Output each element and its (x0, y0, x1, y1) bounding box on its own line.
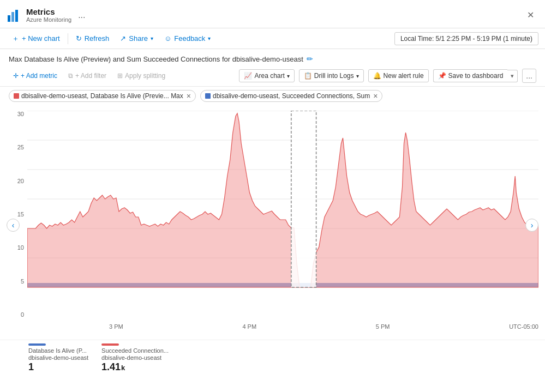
svg-rect-13 (291, 111, 316, 287)
share-chevron-icon: ▾ (151, 35, 153, 41)
toolbar-right: Local Time: 5/1 2:25 PM - 5:19 PM (1 min… (394, 32, 538, 45)
y-label-5: 5 (21, 278, 24, 285)
metric-toolbar: ✛ + Add metric ⧉ + Add filter ⊞ Apply sp… (0, 67, 545, 87)
legend-resource-0: dbisalive-demo-useast (28, 354, 88, 361)
new-chart-button[interactable]: ＋ + New chart (7, 32, 65, 46)
legend-color-bar-0 (28, 343, 46, 346)
tag-remove-1[interactable]: × (373, 92, 378, 100)
chart-area-path (27, 113, 538, 287)
refresh-label: Refresh (85, 34, 110, 43)
y-label-15: 15 (17, 211, 24, 218)
app-icon (7, 8, 22, 23)
apply-splitting-label: Apply splitting (125, 72, 165, 80)
save-dashboard-icon: 📌 (438, 72, 446, 80)
feedback-chevron-icon: ▾ (208, 35, 211, 41)
more-options-button[interactable]: ... (522, 69, 536, 83)
tag-remove-0[interactable]: × (187, 92, 191, 100)
add-filter-icon: ⧉ (68, 72, 73, 80)
new-alert-label: New alert rule (384, 72, 424, 80)
new-alert-icon: 🔔 (373, 72, 381, 80)
svg-rect-2 (15, 10, 18, 22)
legend-color-bar-1 (101, 343, 119, 346)
legend-value-suffix-1: k (121, 364, 125, 372)
area-chart-label: Area chart (254, 72, 284, 80)
share-icon: ↗ (120, 34, 126, 43)
metric-tag-0: dbisalive-demo-useast, Database Is Alive… (9, 90, 196, 102)
add-filter-button[interactable]: ⧉ + Add filter (64, 70, 111, 82)
legend-value-number-1: 1.41 (101, 361, 121, 373)
y-label-25: 25 (17, 144, 24, 150)
drill-logs-chevron-icon: ▾ (356, 73, 359, 79)
refresh-button[interactable]: ↻ Refresh (70, 32, 115, 45)
tag-color-0 (14, 93, 19, 99)
close-button[interactable]: ✕ (523, 8, 538, 22)
legend-resource-1: dbisalive-demo-useast (101, 354, 169, 361)
drill-logs-icon: 📋 (304, 72, 312, 80)
x-label-3pm: 3 PM (109, 323, 123, 330)
tag-label-0: dbisalive-demo-useast, Database Is Alive… (21, 92, 183, 100)
main-toolbar: ＋ + New chart ↻ Refresh ↗ Share ▾ ☺ Feed… (0, 28, 545, 49)
add-metric-label: + Add metric (21, 72, 57, 80)
feedback-icon: ☺ (164, 34, 171, 43)
x-axis: 3 PM 4 PM 5 PM UTC-05:00 (27, 323, 538, 330)
add-metric-button[interactable]: ✛ + Add metric (9, 70, 62, 82)
svg-rect-1 (11, 12, 14, 22)
chart-svg (27, 111, 538, 318)
drill-logs-button[interactable]: 📋 Drill into Logs ▾ (299, 69, 364, 82)
y-axis: 30 25 20 15 10 5 0 (7, 111, 27, 318)
y-label-30: 30 (17, 111, 24, 117)
app-title: Metrics (26, 7, 71, 16)
area-chart-chevron-icon: ▾ (287, 73, 290, 79)
legend-label-0: Database Is Alive (P... (28, 347, 88, 354)
y-label-10: 10 (17, 244, 24, 251)
new-chart-icon: ＋ (12, 34, 19, 44)
new-alert-button[interactable]: 🔔 New alert rule (368, 69, 429, 82)
y-label-0: 0 (21, 311, 24, 318)
tag-label-1: dbisalive-demo-useast, Succeeded Connect… (213, 92, 370, 100)
time-range-button[interactable]: Local Time: 5/1 2:25 PM - 5:19 PM (1 min… (394, 32, 538, 45)
legend-label-1: Succeeded Connection... (101, 347, 169, 354)
share-label: Share (129, 34, 148, 43)
chart-wrap: ‹ 30 25 20 15 10 5 0 (7, 111, 538, 340)
chart-inner (27, 111, 538, 318)
metric-tags-container: dbisalive-demo-useast, Database Is Alive… (0, 87, 545, 105)
area-chart-icon: 📈 (244, 72, 252, 80)
apply-splitting-icon: ⊞ (117, 72, 123, 80)
add-metric-icon: ✛ (13, 72, 19, 80)
title-more-button[interactable]: ... (78, 10, 85, 20)
chart-prev-button[interactable]: ‹ (7, 219, 20, 232)
svg-rect-3 (9, 16, 9, 21)
feedback-label: Feedback (174, 34, 205, 43)
save-dashboard-label: Save to dashboard (448, 72, 504, 80)
save-dashboard-button[interactable]: 📌 Save to dashboard (433, 69, 508, 82)
area-chart-button[interactable]: 📈 Area chart ▾ (239, 69, 294, 82)
feedback-button[interactable]: ☺ Feedback ▾ (159, 32, 216, 45)
edit-title-button[interactable]: ✏ (307, 55, 313, 63)
share-button[interactable]: ↗ Share ▾ (115, 32, 159, 45)
chart-header: Max Database Is Alive (Preview) and Sum … (0, 49, 545, 67)
legend: Database Is Alive (P... dbisalive-demo-u… (0, 340, 545, 377)
legend-item-1: Succeeded Connection... dbisalive-demo-u… (101, 343, 169, 373)
add-filter-label: + Add filter (75, 72, 106, 80)
chart-title: Max Database Is Alive (Preview) and Sum … (9, 55, 303, 63)
y-label-20: 20 (17, 178, 24, 184)
legend-item-0: Database Is Alive (P... dbisalive-demo-u… (28, 343, 88, 373)
new-chart-label: + New chart (22, 34, 60, 43)
legend-value-0: 1 (28, 361, 88, 373)
x-label-4pm: 4 PM (242, 323, 256, 330)
drill-logs-label: Drill into Logs (314, 72, 354, 80)
legend-value-1: 1.41 k (101, 361, 169, 373)
toolbar-divider-1 (68, 33, 68, 44)
legend-value-number-0: 1 (28, 361, 34, 373)
tag-color-1 (205, 93, 211, 99)
chart-next-button[interactable]: › (525, 219, 538, 232)
app-subtitle: Azure Monitoring (26, 16, 71, 23)
x-label-utc: UTC-05:00 (509, 323, 538, 330)
save-dashboard-group: 📌 Save to dashboard ▾ (431, 69, 518, 82)
metric-tag-1: dbisalive-demo-useast, Succeeded Connect… (200, 90, 382, 102)
save-dashboard-arrow-button[interactable]: ▾ (507, 70, 518, 82)
apply-splitting-button[interactable]: ⊞ Apply splitting (113, 70, 170, 82)
chart-container: ‹ 30 25 20 15 10 5 0 (0, 105, 545, 340)
x-label-5pm: 5 PM (376, 323, 390, 330)
refresh-icon: ↻ (76, 34, 82, 43)
